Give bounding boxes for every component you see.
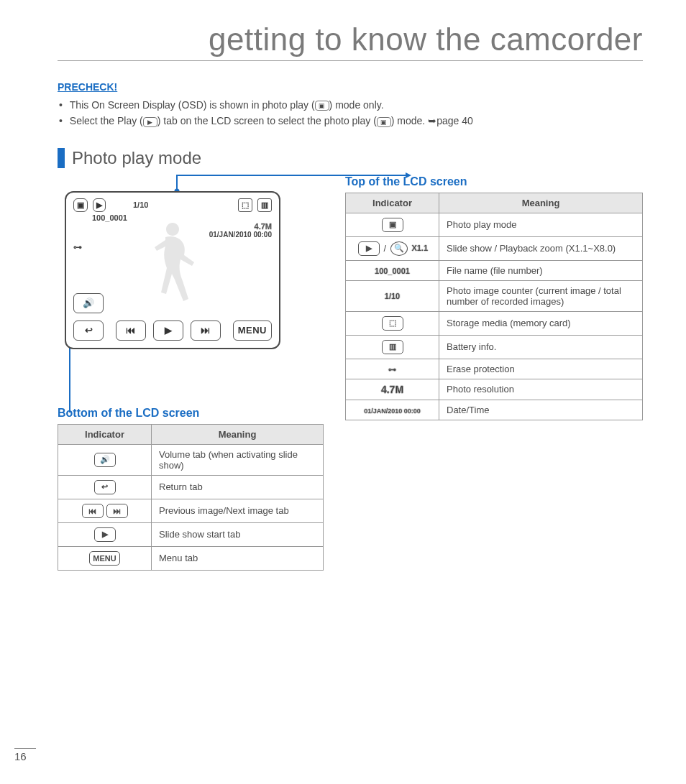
counter-indicator: 1/10	[385, 292, 400, 300]
table-row: ⊶ Erase protection	[346, 359, 643, 379]
lcd-counter: 1/10	[133, 200, 148, 209]
table-row: ↩ Return tab	[58, 475, 324, 499]
precheck-item: This On Screen Display (OSD) is shown in…	[58, 97, 643, 113]
precheck-text: ) tab on the LCD screen to select the ph…	[157, 115, 377, 126]
meaning-cell: Photo resolution	[439, 379, 643, 400]
precheck-list: This On Screen Display (OSD) is shown in…	[58, 97, 643, 129]
lcd-datetime: 01/JAN/2010 00:00	[209, 231, 272, 239]
card-icon: ⬚	[238, 198, 252, 212]
table-row: ⏮⏭ Previous image/Next image tab	[58, 499, 324, 522]
lcd-preview: ▣ ▶ 1/10 ⬚ ▥ 100_0001 4.7M 01/JAN/2010 0…	[65, 191, 280, 349]
battery-icon: ▥	[257, 198, 272, 212]
bottom-indicator-table: Indicator Meaning 🔊 Volume tab (when act…	[58, 424, 324, 571]
meaning-cell: Battery info.	[439, 335, 643, 359]
section-title: Photo play mode	[58, 148, 643, 168]
next-icon: ⏭	[106, 504, 128, 518]
meaning-cell: File name (file number)	[439, 260, 643, 280]
photo-play-icon: ▣	[377, 117, 391, 127]
precheck-text: ) mode only.	[329, 99, 384, 111]
table-row: 1/10 Photo image counter (current image …	[346, 280, 643, 311]
page-title: getting to know the camcorder	[58, 22, 643, 61]
photo-play-icon: ▣	[73, 198, 88, 212]
table-row: 100_0001 File name (file number)	[346, 260, 643, 280]
precheck-text: This On Screen Display (OSD) is shown in…	[70, 99, 315, 111]
key-icon: ⊶	[388, 365, 396, 374]
meaning-cell: Erase protection	[439, 359, 643, 379]
slideshow-start-icon: ▶	[153, 320, 183, 341]
meaning-cell: Return tab	[152, 475, 324, 499]
volume-icon: 🔊	[73, 293, 104, 313]
table-row: 01/JAN/2010 00:00 Date/Time	[346, 400, 643, 420]
photo-play-icon: ▣	[382, 218, 403, 232]
table-header: Indicator	[346, 193, 439, 213]
table-row: 🔊 Volume tab (when activating slide show…	[58, 444, 324, 475]
table-row: ▥ Battery info.	[346, 335, 643, 359]
key-icon: ⊶	[73, 242, 82, 252]
top-indicator-table: Indicator Meaning ▣ Photo play mode ▶ / …	[345, 193, 643, 420]
meaning-cell: Slide show / Playback zoom (X1.1~X8.0)	[439, 236, 643, 260]
table-row: ▣ Photo play mode	[346, 213, 643, 236]
table-row: MENU Menu tab	[58, 546, 324, 570]
lcd-resolution: 4.7M	[255, 222, 272, 231]
table-row: ▶ Slide show start tab	[58, 522, 324, 546]
precheck-text: Select the Play (	[70, 115, 143, 126]
meaning-cell: Storage media (memory card)	[439, 311, 643, 335]
zoom-label: X1.1	[411, 244, 428, 252]
return-icon: ↩	[73, 320, 104, 341]
top-table-title: Top of the LCD screen	[345, 175, 643, 188]
menu-icon: MENU	[89, 551, 119, 566]
meaning-cell: Volume tab (when activating slide show)	[152, 444, 324, 475]
precheck-text: ) mode.	[391, 115, 428, 126]
datetime-indicator: 01/JAN/2010 00:00	[364, 407, 421, 415]
zoom-icon: 🔍	[390, 241, 408, 256]
resolution-indicator: 4.7M	[381, 384, 403, 395]
previous-icon: ⏮	[116, 320, 146, 341]
table-row: 4.7M Photo resolution	[346, 379, 643, 400]
previous-icon: ⏮	[82, 504, 104, 518]
meaning-cell: Previous image/Next image tab	[152, 499, 324, 522]
table-header: Indicator	[58, 424, 152, 444]
meaning-cell: Date/Time	[439, 400, 643, 420]
bottom-table-title: Bottom of the LCD screen	[58, 407, 324, 420]
battery-icon: ▥	[382, 340, 403, 354]
meaning-cell: Menu tab	[152, 546, 324, 570]
table-header: Meaning	[439, 193, 643, 213]
next-icon: ⏭	[191, 320, 221, 341]
meaning-cell: Slide show start tab	[152, 522, 324, 546]
return-icon: ↩	[94, 480, 116, 494]
table-row: ⬚ Storage media (memory card)	[346, 311, 643, 335]
table-row: ▶ / 🔍 X1.1 Slide show / Playback zoom (X…	[346, 236, 643, 260]
page-number: 16	[14, 748, 36, 762]
card-icon: ⬚	[382, 316, 403, 331]
page-ref: ➥page 40	[428, 115, 473, 126]
table-header: Meaning	[152, 424, 324, 444]
play-tab-icon: ▶	[143, 117, 157, 127]
slideshow-start-icon: ▶	[94, 527, 116, 542]
precheck-item: Select the Play (▶) tab on the LCD scree…	[58, 113, 643, 129]
precheck-label: PRECHECK!	[58, 81, 643, 93]
lcd-filename: 100_0001	[92, 213, 127, 222]
slideshow-icon: ▶	[93, 198, 106, 212]
menu-button-icon: MENU	[233, 320, 272, 341]
filename-indicator: 100_0001	[375, 267, 410, 275]
meaning-cell: Photo play mode	[439, 213, 643, 236]
volume-icon: 🔊	[94, 453, 116, 467]
slideshow-icon: ▶	[358, 241, 380, 256]
meaning-cell: Photo image counter (current image / tot…	[439, 280, 643, 311]
photo-play-icon: ▣	[315, 101, 329, 111]
